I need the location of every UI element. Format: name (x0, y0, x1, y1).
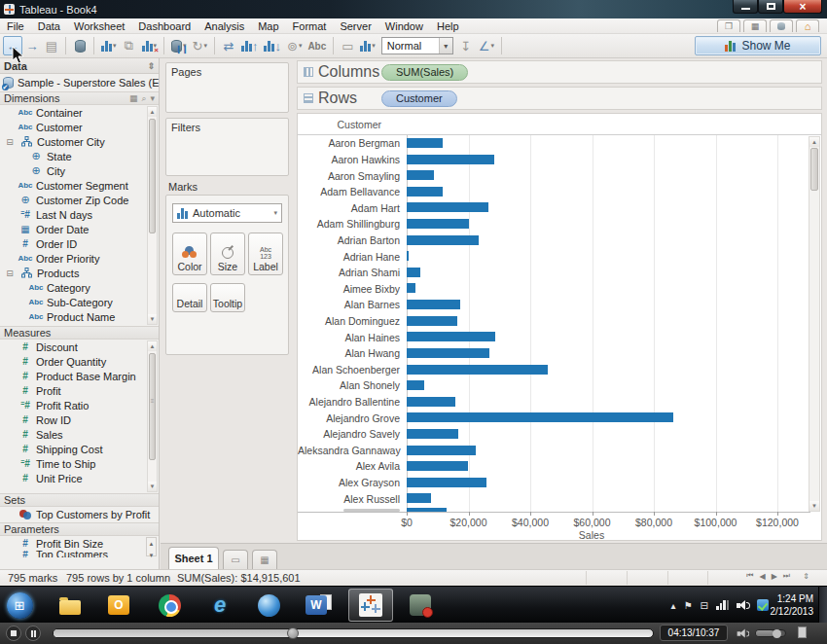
volume-icon[interactable] (737, 600, 749, 611)
bar[interactable] (407, 235, 479, 245)
dimension-item-customer[interactable]: AbcCustomer (0, 120, 159, 134)
row-label[interactable]: Aaron Hawkins (298, 154, 407, 165)
new-worksheet-button[interactable]: ▾ (98, 36, 120, 55)
color-button[interactable]: Color (172, 233, 207, 275)
taskbar-word[interactable]: W (306, 591, 333, 619)
bar[interactable] (407, 155, 494, 164)
dimension-item-container[interactable]: AbcContainer (0, 105, 159, 120)
next-record-button[interactable]: ▶ (772, 572, 777, 581)
bar[interactable] (407, 219, 469, 229)
columns-shelf[interactable]: Columns SUM(Sales) (297, 60, 822, 84)
rows-pill-customer[interactable]: Customer (381, 90, 457, 107)
tray-app-icon[interactable]: ⊟ (701, 600, 708, 611)
dimension-item-order-priority[interactable]: AbcOrder Priority (0, 251, 159, 266)
save-button[interactable]: ▤ (42, 36, 61, 55)
dimensions-scrollbar[interactable]: ▲ ▼ (147, 106, 158, 325)
tray-expand-icon[interactable]: ▴ (671, 600, 676, 611)
run-update-button[interactable]: ↻▾ (190, 36, 210, 55)
tooltip-button[interactable]: Tooltip (210, 283, 245, 312)
action-center-flag-icon[interactable]: ⚑ (684, 600, 693, 611)
bar[interactable] (407, 332, 495, 341)
group-button[interactable]: ⊚▾ (284, 36, 305, 55)
bar[interactable] (407, 493, 431, 503)
dimension-item-customer-zip-code[interactable]: ⊕Customer Zip Code (0, 193, 159, 207)
measure-item-product-base-margin[interactable]: #Product Base Margin (0, 369, 159, 383)
bar[interactable] (407, 316, 457, 326)
measure-item-shipping-cost[interactable]: #Shipping Cost (0, 442, 159, 456)
video-pause-button[interactable] (25, 626, 41, 641)
measure-item-unit-price[interactable]: #Unit Price (0, 471, 159, 485)
menu-item-analysis[interactable]: Analysis (198, 19, 251, 33)
bar[interactable] (407, 478, 486, 487)
video-progress-bar[interactable] (53, 628, 654, 638)
bar[interactable] (407, 365, 548, 375)
parameters-spinner[interactable]: ▲▼ (146, 537, 157, 556)
menu-item-server[interactable]: Server (333, 19, 378, 33)
row-label[interactable]: Aimee Bixby (298, 283, 407, 295)
auto-updates-button[interactable]: ❙❙▾ (168, 36, 190, 55)
row-label[interactable]: Aleksandra Gannaway (298, 445, 407, 456)
measure-item-profit[interactable]: #Profit (0, 383, 159, 398)
dimension-item-customer-segment[interactable]: AbcCustomer Segment (0, 178, 159, 193)
bar[interactable] (407, 283, 415, 293)
dimension-item-last-n-days[interactable]: =#Last N days (0, 207, 159, 222)
status-split-icon[interactable]: ⇕ (803, 572, 809, 581)
row-label[interactable]: Aaron Smayling (298, 170, 407, 182)
bar[interactable] (407, 461, 468, 471)
row-label[interactable]: Alan Hwang (298, 347, 407, 359)
dimension-item-state[interactable]: ⊕State (0, 149, 159, 163)
network-signal-icon[interactable] (716, 600, 729, 610)
clear-sheet-button[interactable]: ×▾ (139, 36, 161, 55)
menu-item-worksheet[interactable]: Worksheet (67, 19, 131, 33)
menu-item-help[interactable]: Help (430, 19, 466, 33)
dimension-item-order-date[interactable]: ▦Order Date (0, 222, 159, 236)
bar[interactable] (407, 268, 420, 277)
bar[interactable] (407, 251, 409, 261)
video-volume-icon[interactable] (737, 629, 749, 639)
measure-item-discount[interactable]: #Discount (0, 340, 159, 354)
bar[interactable] (407, 187, 443, 197)
row-label[interactable]: Alejandro Savely (298, 428, 407, 440)
taskbar-ie[interactable]: e (206, 591, 234, 619)
bar[interactable] (407, 170, 434, 180)
size-button[interactable]: Size (210, 233, 245, 275)
menu-item-format[interactable]: Format (286, 19, 334, 33)
row-label[interactable]: Adrian Shami (298, 267, 407, 278)
bar[interactable] (407, 138, 443, 148)
duplicate-sheet-button[interactable]: ⧉ (120, 36, 139, 55)
bar[interactable] (407, 429, 458, 439)
bar[interactable] (407, 446, 476, 455)
new-dashboard-button[interactable]: ▭ (223, 550, 248, 569)
dimension-item-products[interactable]: ⊟Products (0, 266, 159, 280)
row-label[interactable]: Alan Haines (298, 332, 407, 343)
detail-button[interactable]: Detail (172, 283, 207, 312)
view-mode-icon[interactable]: ▦ (129, 93, 138, 103)
measure-item-time-to-ship[interactable]: =#Time to Ship (0, 456, 159, 471)
sort-descending-button[interactable]: ↓ (261, 36, 284, 55)
taskbar-tableau-active[interactable] (348, 589, 393, 622)
fit-button[interactable]: ▾ (357, 36, 378, 55)
bar[interactable] (407, 348, 489, 358)
dimension-item-product-name[interactable]: AbcProduct Name (0, 309, 159, 324)
parameter-item-profit-bin-size[interactable]: #Profit Bin Size (0, 536, 159, 551)
bar[interactable] (407, 380, 424, 390)
row-label[interactable]: Adrian Barton (298, 234, 407, 246)
row-label[interactable]: Alex Russell (298, 493, 407, 505)
video-stop-button[interactable] (6, 626, 21, 641)
show-desktop-button[interactable] (818, 587, 827, 624)
maximize-button[interactable] (758, 0, 783, 14)
chart-scrollbar[interactable]: ▲ ▼ (809, 136, 820, 512)
row-label[interactable]: Alan Barnes (298, 299, 407, 310)
menu-item-dashboard[interactable]: Dashboard (131, 19, 198, 33)
presentation-mode-button[interactable]: ▭ (338, 36, 357, 55)
sync-app-icon[interactable] (757, 599, 769, 611)
menu-item-data[interactable]: Data (31, 19, 67, 33)
row-label[interactable]: Adam Bellavance (298, 186, 407, 197)
menu-item-window[interactable]: Window (378, 19, 430, 33)
dimensions-menu-icon[interactable]: ▾ (150, 93, 155, 103)
menu-item-map[interactable]: Map (251, 19, 285, 33)
measure-item-sales[interactable]: #Sales (0, 427, 159, 442)
video-volume-slider[interactable] (755, 629, 786, 637)
connect-data-button[interactable] (70, 36, 90, 55)
video-progress-thumb[interactable] (287, 627, 299, 639)
